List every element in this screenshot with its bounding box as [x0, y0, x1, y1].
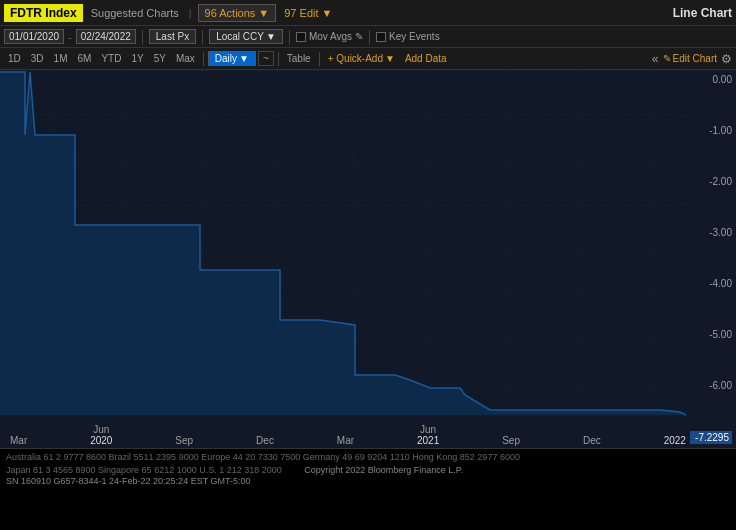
x-label-sep: Sep — [175, 435, 193, 446]
edit-chart-button[interactable]: ✎ Edit Chart — [663, 53, 717, 64]
key-events-label[interactable]: Key Events — [389, 31, 440, 42]
footer: Australia 61 2 9777 8600 Brazil 5511 239… — [0, 448, 736, 488]
start-date-field[interactable]: 01/01/2020 — [4, 29, 64, 44]
divider4 — [369, 30, 370, 44]
period-1d-button[interactable]: 1D — [4, 52, 25, 65]
chart-type-label: Line Chart — [673, 6, 732, 20]
actions-button[interactable]: 96 Actions ▼ — [198, 4, 277, 22]
freq-dropdown-icon: ▼ — [239, 53, 249, 64]
divider — [142, 30, 143, 44]
x-label-2022: 2022 — [664, 435, 686, 446]
top-bar: FDTR Index Suggested Charts | 96 Actions… — [0, 0, 736, 26]
x-label-dec2021: Dec — [583, 435, 601, 446]
period-3d-button[interactable]: 3D — [27, 52, 48, 65]
footer-contacts: Australia 61 2 9777 8600 Brazil 5511 239… — [6, 451, 730, 476]
period-6m-button[interactable]: 6M — [74, 52, 96, 65]
footer-line2: Japan 81 3 4565 8900 Singapore 65 6212 1… — [6, 464, 730, 477]
period-ytd-button[interactable]: YTD — [97, 52, 125, 65]
edit-button[interactable]: 97 Edit ▼ — [280, 5, 336, 21]
y-label-4: -4.00 — [690, 278, 732, 289]
y-label-6: -6.00 — [690, 380, 732, 391]
edit-dropdown-icon: ▼ — [322, 7, 333, 19]
end-date-field[interactable]: 02/24/2022 — [76, 29, 136, 44]
normalize-button[interactable]: ~ — [258, 51, 274, 66]
x-label-mar2021: Mar — [337, 435, 354, 446]
key-events-toggle: Key Events — [376, 31, 440, 42]
x-axis: Mar Jun 2020 Sep Dec Mar Jun 2021 Sep De… — [10, 424, 686, 446]
currency-button[interactable]: Local CCY ▼ — [209, 29, 283, 44]
y-label-5: -5.00 — [690, 329, 732, 340]
period-5y-button[interactable]: 5Y — [150, 52, 170, 65]
mov-avgs-checkbox[interactable] — [296, 32, 306, 42]
ticker-label: FDTR Index — [4, 4, 83, 22]
x-label-dec: Dec — [256, 435, 274, 446]
third-bar: 1D 3D 1M 6M YTD 1Y 5Y Max Daily ▼ ~ Tabl… — [0, 48, 736, 70]
y-label-current: -7.2295 — [690, 431, 732, 444]
quick-add-button[interactable]: + Quick-Add ▼ — [324, 52, 399, 65]
divider5 — [203, 52, 204, 66]
chart-fill — [0, 72, 686, 415]
right-controls: « ✎ Edit Chart ⚙ — [652, 52, 732, 66]
collapse-panel-button[interactable]: « — [652, 52, 659, 66]
mov-avgs-label[interactable]: Mov Avgs — [309, 31, 352, 42]
divider6 — [278, 52, 279, 66]
table-button[interactable]: Table — [283, 52, 315, 65]
divider3 — [289, 30, 290, 44]
settings-button[interactable]: ⚙ — [721, 52, 732, 66]
x-label-mar: Mar — [10, 435, 27, 446]
dropdown-arrow-icon: ▼ — [258, 7, 269, 19]
divider2 — [202, 30, 203, 44]
date-range: 01/01/2020 - 02/24/2022 — [4, 29, 136, 44]
y-label-2: -2.00 — [690, 176, 732, 187]
x-label-jun2020: Jun 2020 — [90, 424, 112, 446]
y-label-1: -1.00 — [690, 125, 732, 136]
x-label-sep2021: Sep — [502, 435, 520, 446]
period-max-button[interactable]: Max — [172, 52, 199, 65]
y-label-3: -3.00 — [690, 227, 732, 238]
chart-svg — [0, 70, 686, 430]
footer-bottom: SN 160910 G657-8344-1 24-Feb-22 20:25:24… — [6, 476, 730, 486]
second-bar: 01/01/2020 - 02/24/2022 Last Px Local CC… — [0, 26, 736, 48]
add-data-button[interactable]: Add Data — [401, 52, 451, 65]
frequency-button[interactable]: Daily ▼ — [208, 51, 256, 66]
chart-area: 0.00 -1.00 -2.00 -3.00 -4.00 -5.00 -6.00… — [0, 70, 736, 448]
y-label-0: 0.00 — [690, 74, 732, 85]
currency-dropdown-icon: ▼ — [266, 31, 276, 42]
mov-avgs-pencil-icon: ✎ — [355, 31, 363, 42]
key-events-checkbox[interactable] — [376, 32, 386, 42]
quick-add-dropdown-icon: ▼ — [385, 53, 395, 64]
period-1m-button[interactable]: 1M — [50, 52, 72, 65]
suggested-charts-button[interactable]: Suggested Charts — [87, 5, 183, 21]
pencil-icon: ✎ — [663, 53, 671, 64]
divider7 — [319, 52, 320, 66]
mov-avgs-toggle: Mov Avgs ✎ — [296, 31, 363, 42]
footer-sn: SN 160910 G657-8344-1 24-Feb-22 20:25:24… — [6, 476, 251, 486]
x-label-jun2021: Jun 2021 — [417, 424, 439, 446]
price-type-button[interactable]: Last Px — [149, 29, 196, 44]
footer-line1: Australia 61 2 9777 8600 Brazil 5511 239… — [6, 451, 730, 464]
separator: | — [187, 7, 194, 19]
period-1y-button[interactable]: 1Y — [127, 52, 147, 65]
y-axis: 0.00 -1.00 -2.00 -3.00 -4.00 -5.00 -6.00… — [686, 70, 736, 448]
